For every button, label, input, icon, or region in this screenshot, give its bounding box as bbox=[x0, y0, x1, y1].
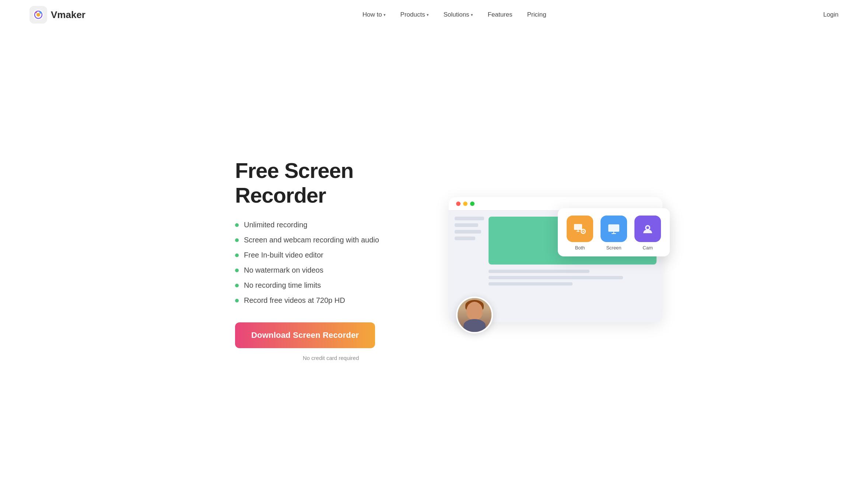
chevron-down-icon: ▾ bbox=[427, 13, 429, 17]
cta-container: Download Screen Recorder No credit card … bbox=[235, 322, 427, 361]
nav-item-products[interactable]: Products ▾ bbox=[400, 11, 429, 18]
feature-text: Free In-built video editor bbox=[244, 251, 323, 259]
download-button[interactable]: Download Screen Recorder bbox=[235, 322, 375, 348]
chevron-down-icon: ▾ bbox=[384, 13, 386, 17]
nav-link-products[interactable]: Products ▾ bbox=[400, 11, 429, 18]
both-label: Both bbox=[575, 245, 585, 251]
list-item: Screen and webcam recording with audio bbox=[235, 236, 427, 244]
nav-links: How to ▾ Products ▾ Solutions ▾ Features… bbox=[363, 11, 546, 18]
login-link[interactable]: Login bbox=[823, 11, 839, 18]
list-item: Free In-built video editor bbox=[235, 251, 427, 259]
sidebar-line bbox=[455, 223, 478, 227]
cam-label: Cam bbox=[643, 245, 652, 251]
browser-maximize-dot bbox=[470, 202, 475, 206]
sidebar-line bbox=[455, 230, 481, 234]
bullet-icon bbox=[235, 253, 239, 257]
screen-label: Screen bbox=[606, 245, 621, 251]
nav-link-pricing[interactable]: Pricing bbox=[527, 11, 546, 18]
feature-text: No watermark on videos bbox=[244, 266, 323, 274]
cam-icon-box bbox=[634, 216, 661, 242]
feature-text: Record free videos at 720p HD bbox=[244, 296, 345, 305]
record-option-screen[interactable]: Screen bbox=[601, 216, 627, 251]
sidebar-line bbox=[455, 217, 484, 220]
vmaker-logo-icon bbox=[29, 6, 47, 24]
nav-item-pricing[interactable]: Pricing bbox=[527, 11, 546, 18]
svg-rect-12 bbox=[608, 224, 619, 232]
hero-left-content: Free Screen Recorder Unlimited recording… bbox=[235, 158, 427, 361]
svg-point-4 bbox=[39, 11, 42, 14]
list-item: Unlimited recording bbox=[235, 221, 427, 229]
svg-rect-6 bbox=[574, 224, 582, 230]
svg-point-5 bbox=[35, 12, 37, 13]
content-line bbox=[489, 270, 589, 273]
feature-text: Unlimited recording bbox=[244, 221, 307, 229]
hero-title: Free Screen Recorder bbox=[235, 158, 427, 207]
list-item: No recording time limits bbox=[235, 281, 427, 290]
nav-item-solutions[interactable]: Solutions ▾ bbox=[444, 11, 473, 18]
list-item: No watermark on videos bbox=[235, 266, 427, 274]
feature-text: No recording time limits bbox=[244, 281, 321, 290]
content-line bbox=[489, 276, 623, 279]
feature-list: Unlimited recording Screen and webcam re… bbox=[235, 221, 427, 305]
content-lines bbox=[489, 270, 657, 286]
cam-icon bbox=[641, 222, 655, 236]
content-line bbox=[489, 282, 573, 286]
bullet-icon bbox=[235, 238, 239, 242]
svg-point-16 bbox=[647, 227, 649, 229]
svg-point-11 bbox=[582, 231, 584, 232]
face-shape bbox=[466, 302, 483, 320]
nav-item-howto[interactable]: How to ▾ bbox=[363, 11, 386, 18]
no-card-text: No credit card required bbox=[235, 355, 427, 361]
logo[interactable]: Vmaker bbox=[29, 6, 85, 24]
bullet-icon bbox=[235, 223, 239, 227]
nav-item-features[interactable]: Features bbox=[488, 11, 512, 18]
body-shape bbox=[463, 319, 486, 332]
nav-link-features[interactable]: Features bbox=[488, 11, 512, 18]
chevron-down-icon: ▾ bbox=[471, 13, 473, 17]
bullet-icon bbox=[235, 299, 239, 302]
both-icon-box bbox=[567, 216, 593, 242]
person-avatar bbox=[458, 298, 491, 332]
brand-name: Vmaker bbox=[51, 9, 85, 21]
record-option-cam[interactable]: Cam bbox=[634, 216, 661, 251]
screen-icon bbox=[607, 222, 621, 236]
browser-minimize-dot bbox=[463, 202, 468, 206]
bullet-icon bbox=[235, 269, 239, 272]
nav-link-solutions[interactable]: Solutions ▾ bbox=[444, 11, 473, 18]
hero-illustration: Both Screen bbox=[449, 197, 662, 322]
bullet-icon bbox=[235, 284, 239, 287]
webcam-preview bbox=[456, 297, 493, 333]
browser-mockup: Both Screen bbox=[449, 197, 662, 322]
feature-text: Screen and webcam recording with audio bbox=[244, 236, 379, 244]
both-icon bbox=[573, 222, 587, 236]
hero-section: Free Screen Recorder Unlimited recording… bbox=[176, 29, 692, 490]
screen-icon-box bbox=[601, 216, 627, 242]
record-option-both[interactable]: Both bbox=[567, 216, 593, 251]
recording-options-popup: Both Screen bbox=[558, 208, 670, 256]
navigation: Vmaker How to ▾ Products ▾ Solutions ▾ F… bbox=[0, 0, 868, 29]
nav-link-howto[interactable]: How to ▾ bbox=[363, 11, 386, 18]
svg-point-3 bbox=[36, 13, 40, 17]
list-item: Record free videos at 720p HD bbox=[235, 296, 427, 305]
sidebar-line bbox=[455, 237, 475, 240]
browser-close-dot bbox=[456, 202, 461, 206]
